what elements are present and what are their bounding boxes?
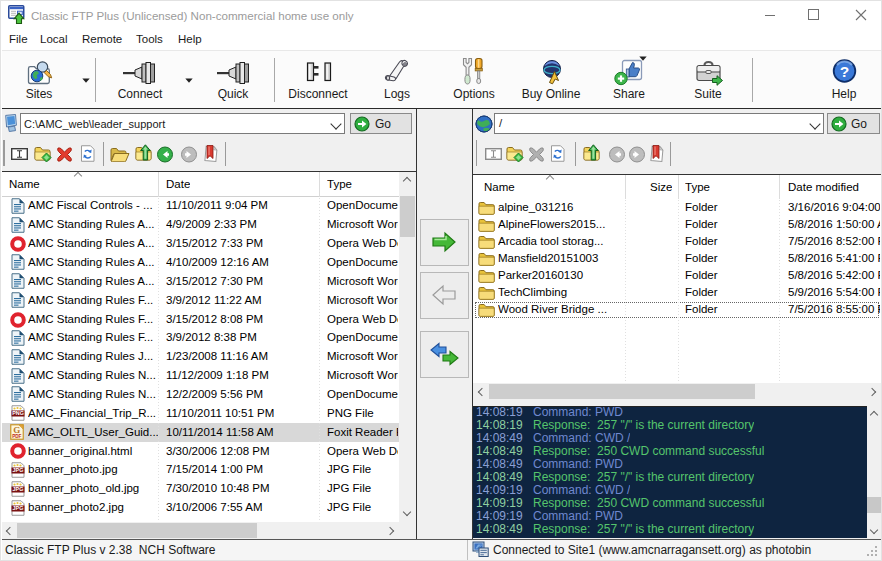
svg-text:PDF: PDF [12,434,21,439]
svg-text:JPG: JPG [13,486,24,492]
svg-text:JPG: JPG [13,505,24,511]
svg-text:?: ? [840,63,849,80]
svg-text:PNG: PNG [12,411,24,417]
svg-text:JPG: JPG [13,467,24,473]
